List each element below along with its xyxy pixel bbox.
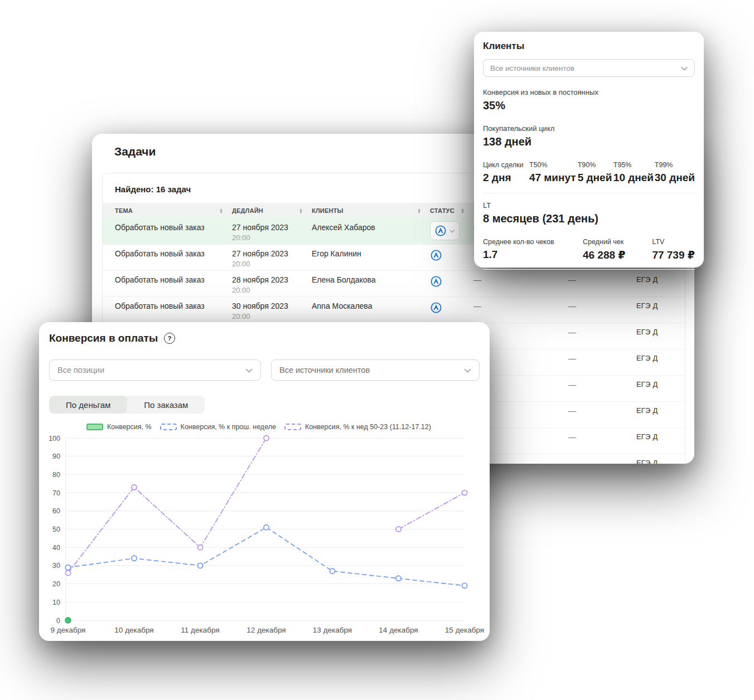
metric-label: T90% <box>578 161 613 169</box>
column-header-label: СТАТУС <box>430 207 455 214</box>
sources-select-value: Все источники клиентов <box>279 366 370 375</box>
table-row[interactable]: Обработать новый заказ28 ноября 202320:0… <box>103 271 685 297</box>
sort-icon[interactable]: ▲▼ <box>299 208 303 213</box>
svg-text:11 декабря: 11 декабря <box>181 626 219 634</box>
chevron-down-icon <box>450 229 455 233</box>
column-header-3: СТАТУС▲▼ <box>430 207 473 214</box>
legend-item: Конверсия, % к нед 50-23 (11.12-17.12) <box>284 423 431 431</box>
metric: LTV77 739 ₽ <box>652 238 695 261</box>
metric-label: T99% <box>655 161 695 169</box>
tab-by-money[interactable]: По деньгам <box>49 396 127 414</box>
task-dash-2: — <box>568 354 636 363</box>
divider <box>483 269 695 270</box>
metric-value: 46 288 ₽ <box>583 249 652 261</box>
metric-label: T95% <box>613 161 655 169</box>
clients-source-select[interactable]: Все источники клиентов <box>483 59 695 77</box>
legend-item: Конверсия, % <box>86 423 152 431</box>
clients-cycle-value: 138 дней <box>483 135 695 148</box>
metric-value: 1.7 <box>483 249 583 261</box>
positions-select-value: Все позиции <box>57 366 104 375</box>
task-status-cell <box>430 302 473 315</box>
clients-conversion-label: Конверсия из новых в постоянных <box>483 88 695 96</box>
task-status-cell <box>430 249 473 263</box>
clients-cycle-label: Покупательский цикл <box>483 124 695 133</box>
tab-by-orders[interactable]: По заказам <box>127 396 205 414</box>
task-deadline-time: 20:00 <box>232 234 306 242</box>
screenshot-stage: Задачи Найдено: 16 задач ТЕМА▲▼ДЕДЛАЙН▲▼… <box>0 0 754 700</box>
svg-text:9 декабря: 9 декабря <box>51 626 86 634</box>
task-tag: ЕГЭ Д <box>636 275 685 284</box>
status-a-icon[interactable] <box>430 302 442 314</box>
sort-icon[interactable]: ▲▼ <box>219 208 223 213</box>
legend-label: Конверсия, % <box>107 423 152 431</box>
task-topic: Обработать новый заказ <box>115 302 232 310</box>
svg-text:70: 70 <box>52 489 60 497</box>
metric-label: Средний чек <box>583 238 652 246</box>
task-client: Елена Болдакова <box>312 275 430 284</box>
status-a-icon[interactable] <box>430 249 442 261</box>
metric: T95%10 дней <box>613 161 655 184</box>
task-tag: ЕГЭ Д <box>636 432 685 441</box>
task-tag: ЕГЭ Д <box>636 354 685 362</box>
task-dash-1: — <box>473 302 568 310</box>
task-deadline: 30 ноября 202320:00 <box>232 302 312 320</box>
task-client: Егор Калинин <box>312 249 430 258</box>
task-deadline-time: 20:00 <box>232 260 306 268</box>
task-deadline-date: 27 ноября 2023 <box>232 249 306 258</box>
task-dash-2: — <box>568 275 636 284</box>
svg-text:100: 100 <box>49 435 60 443</box>
clients-source-select-value: Все источники клиентов <box>490 64 574 72</box>
task-client: Anna Москалева <box>312 302 430 310</box>
status-dropdown[interactable] <box>430 221 460 240</box>
conversion-title: Конверсия в оплаты <box>49 332 158 344</box>
svg-text:0: 0 <box>56 617 60 625</box>
legend-swatch <box>160 424 177 430</box>
svg-text:10: 10 <box>52 599 60 606</box>
svg-text:14 декабря: 14 декабря <box>379 626 418 634</box>
legend-label: Конверсия, % к прош. неделе <box>181 423 276 431</box>
status-a-icon <box>434 225 447 237</box>
chart-legend: Конверсия, %Конверсия, % к прош. неделеК… <box>86 423 480 431</box>
metric: Цикл сделки2 дня <box>483 161 529 184</box>
metric-label: Цикл сделки <box>483 161 529 169</box>
task-dash-1: — <box>473 275 568 284</box>
metric: Среднее кол-во чеков1.7 <box>483 238 583 261</box>
task-deadline-time: 20:00 <box>232 286 306 294</box>
metric-value: 30 дней <box>655 172 695 184</box>
table-row[interactable]: Обработать новый заказ30 ноября 202320:0… <box>103 297 685 323</box>
clients-title: Клиенты <box>483 41 695 52</box>
clients-lt-label: LT <box>483 201 695 210</box>
metric: T50%47 минут <box>529 161 578 184</box>
metric-label: Среднее кол-во чеков <box>483 238 583 246</box>
sort-icon[interactable]: ▲▼ <box>461 208 465 213</box>
task-topic: Обработать новый заказ <box>115 249 232 258</box>
column-header-label: ДЕДЛАЙН <box>232 207 263 214</box>
chevron-down-icon <box>464 366 471 375</box>
column-header-label: ТЕМА <box>115 207 133 214</box>
clients-deal-metrics: Цикл сделки2 дняT50%47 минутT90%5 днейT9… <box>483 161 695 184</box>
task-tag: ЕГЭ Д <box>636 459 685 464</box>
money-orders-tabs: По деньгамПо заказам <box>49 396 205 414</box>
task-tag: ЕГЭ Д <box>636 406 685 415</box>
sources-select[interactable]: Все источники клиентов <box>271 359 480 381</box>
status-a-icon[interactable] <box>430 275 442 288</box>
metric-value: 2 дня <box>483 172 529 184</box>
column-header-1: ДЕДЛАЙН▲▼ <box>232 207 312 214</box>
svg-text:80: 80 <box>52 471 60 479</box>
sort-icon[interactable]: ▲▼ <box>417 208 421 213</box>
metric-label: LTV <box>652 238 695 246</box>
metric-value: 47 минут <box>529 172 578 184</box>
metric: T90%5 дней <box>578 161 613 184</box>
svg-text:60: 60 <box>52 507 60 515</box>
positions-select[interactable]: Все позиции <box>49 359 261 381</box>
clients-lt-value: 8 месяцев (231 день) <box>483 212 695 225</box>
task-deadline-date: 27 ноября 2023 <box>232 223 306 232</box>
task-topic: Обработать новый заказ <box>115 275 232 284</box>
legend-swatch <box>86 424 103 430</box>
legend-item: Конверсия, % к прош. неделе <box>160 423 276 431</box>
help-icon[interactable]: ? <box>164 333 175 344</box>
metric-label: T50% <box>529 161 578 169</box>
chevron-down-icon <box>681 64 688 72</box>
metric: Средний чек46 288 ₽ <box>583 238 652 261</box>
task-dash-2: — <box>568 380 636 389</box>
